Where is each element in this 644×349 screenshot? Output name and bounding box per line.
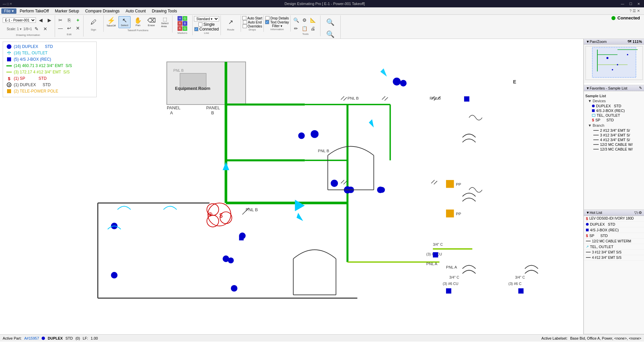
menu-drawing-tools[interactable]: Drawing Tools: [149, 8, 180, 14]
overrides-check[interactable]: [243, 24, 247, 28]
erase-btn[interactable]: ⌫ Erase: [145, 16, 157, 28]
tool3-btn[interactable]: 📐: [309, 16, 317, 24]
canvas-area[interactable]: (16) DUPLEX STD (16) TEL, OUTLET (5) 4/S…: [0, 39, 584, 334]
hotlist-filter-icon[interactable]: ▽: [634, 211, 637, 215]
favorites-header[interactable]: ▼ Favorites - Sample List ✎: [584, 85, 644, 91]
sign-btn[interactable]: 🖊: [88, 16, 100, 28]
connected-check[interactable]: ✓: [194, 27, 198, 31]
menu-auto-count[interactable]: Auto Count: [123, 8, 148, 14]
marker-R-btn[interactable]: R: [178, 21, 182, 26]
edit-minus-btn[interactable]: —: [56, 24, 64, 32]
auto-end-option[interactable]: Auto End: [243, 20, 262, 24]
branch-item-3[interactable]: 4 #12 3/4" EMT S/: [588, 137, 643, 142]
svg-text:PANEL: PANEL: [167, 105, 181, 110]
svg-text:⊕: ⊕: [208, 211, 213, 218]
legend-duplex2-item: ⊕ (1) DUPLEX STD: [6, 82, 93, 88]
drop-details-check[interactable]: [265, 16, 269, 20]
branch-item-5[interactable]: 12/3 MC CABLE W/: [588, 147, 643, 152]
menu-perform-takeoff[interactable]: Perform TakeOff: [17, 8, 52, 14]
menu-marker-setup[interactable]: Marker Setup: [52, 8, 82, 14]
auto-end-check[interactable]: [243, 20, 247, 24]
edit-add-btn[interactable]: +: [74, 16, 82, 24]
fav-jbox[interactable]: 4/S J-BOX (REC): [588, 108, 643, 113]
hl-item-4emt[interactable]: 4 #12 3/4" EMT S/S: [584, 255, 644, 260]
text-overlay-option[interactable]: ✓ Text Overlay: [265, 20, 289, 24]
hl-item-duplex[interactable]: DUPLEX STD: [584, 222, 644, 227]
svg-text:3/4" C: 3/4" C: [449, 275, 459, 279]
tool4-btn[interactable]: ✏: [292, 24, 300, 33]
filter-option[interactable]: Filter ▾: [272, 24, 282, 28]
hotlist-arrow: ▼: [586, 211, 590, 215]
favorites-edit-icon[interactable]: ✎: [639, 86, 642, 90]
marker-G-btn[interactable]: G: [183, 16, 187, 21]
fav-sp[interactable]: $ SP STD: [588, 118, 643, 122]
branch-item-4[interactable]: 12/2 MC CABLE W/: [588, 142, 643, 147]
scale-edit-btn[interactable]: ✎: [33, 25, 41, 33]
labelset-label: Active Labelset:: [541, 336, 567, 340]
branch-item-2[interactable]: 3 #12 3/4" EMT S/: [588, 133, 643, 137]
edit-undo-btn[interactable]: ↩: [65, 24, 73, 32]
marker-G2-btn[interactable]: G: [183, 26, 187, 31]
legend-jbox-item: (5) 4/S J-BOX (REC): [6, 57, 93, 62]
auto-start-option[interactable]: Auto Start: [242, 16, 262, 20]
menu-compare-drawings[interactable]: Compare Drawings: [83, 8, 122, 14]
close-btn[interactable]: ✕: [636, 1, 641, 6]
sheet-dropdown[interactable]: E-1 - Power-001: [3, 17, 36, 23]
hotlist-settings-icon[interactable]: ⚙: [639, 211, 642, 215]
select-btn[interactable]: ↖ Select: [118, 16, 131, 28]
route-group: ↗ Route: [221, 15, 241, 32]
panzoom-zoom-display: 111%: [633, 40, 642, 44]
fav-tel[interactable]: TEL, OUTLET: [588, 113, 643, 118]
connected-option[interactable]: ✓ Connected: [194, 27, 219, 32]
zoom-in-btn[interactable]: 🔍: [325, 16, 337, 28]
legend-tel-icon: [7, 51, 11, 55]
tool2-btn[interactable]: ⚙: [300, 16, 308, 24]
tool5-btn[interactable]: 📋: [300, 24, 308, 33]
single-check[interactable]: [198, 22, 202, 26]
line-type-dropdown[interactable]: Standard ▾: [194, 16, 219, 21]
hl-item-lev[interactable]: $ LEV ODS0D-IDI IVORY 180D: [584, 216, 644, 222]
legend-pole-item: (2) TELE-POWER POLE: [6, 89, 93, 94]
drop-details-option[interactable]: Drop Details: [265, 16, 289, 20]
panzoom-icon: ▼: [586, 40, 590, 44]
svg-text:PNL B: PNL B: [318, 149, 329, 153]
menu-file[interactable]: File ▾: [1, 8, 16, 14]
hotlist-header[interactable]: ▼ Hot List ▽ ↕ ⚙: [584, 210, 644, 216]
branch-item-1[interactable]: 2 #12 3/4" EMT S/: [588, 128, 643, 133]
takeoff-btn[interactable]: ⚡ TakeOff: [105, 16, 117, 28]
nav-prev-btn[interactable]: ◀: [37, 16, 45, 24]
scale-delete-btn[interactable]: ✕: [41, 25, 49, 33]
edit-cut-btn[interactable]: ✂: [56, 16, 64, 24]
auto-start-check[interactable]: [242, 16, 246, 20]
tool1-btn[interactable]: 🔍: [292, 16, 300, 24]
pan-btn[interactable]: ✋ Pan: [132, 16, 144, 28]
hl-item-tel[interactable]: ↗ TEL, OUTLET: [584, 244, 644, 250]
hl-item-jbox[interactable]: 4/S J-BOX (REC): [584, 227, 644, 233]
branch-arrow: ▼: [588, 123, 592, 127]
svg-point-46: [111, 272, 118, 279]
zoom-out-btn[interactable]: 🔍: [325, 28, 337, 40]
minimize-btn[interactable]: —: [620, 1, 625, 6]
maximize-btn[interactable]: ☐: [628, 1, 633, 6]
edit-copy-btn[interactable]: ⎘: [65, 16, 73, 24]
svg-rect-51: [464, 96, 469, 102]
panzoom-header[interactable]: ▼ Pan/Zoom 🗺 111%: [584, 39, 644, 45]
nav-next-btn[interactable]: ▶: [45, 16, 53, 24]
svg-rect-34: [446, 210, 454, 217]
text-overlay-check[interactable]: ✓: [265, 20, 269, 24]
panzoom-thumbnail[interactable]: [584, 45, 644, 85]
hl-item-sp[interactable]: $ SP STD: [584, 233, 644, 239]
marker-B-btn[interactable]: B: [183, 21, 187, 26]
route-btn[interactable]: ↗: [225, 16, 237, 28]
hl-item-3emt[interactable]: 3 #12 3/4" EMT S/S: [584, 250, 644, 255]
single-option[interactable]: Single: [198, 22, 214, 27]
select-area-btn[interactable]: ⬚ SelectArea: [159, 16, 171, 28]
marker-H-btn[interactable]: H: [178, 16, 182, 21]
overrides-option[interactable]: Overrides: [243, 24, 262, 28]
edit-redo-btn[interactable]: ✕: [74, 24, 82, 32]
fav-duplex-std[interactable]: DUPLEX STD: [588, 104, 643, 108]
svg-point-49: [228, 257, 234, 264]
marker-R2-btn[interactable]: R: [178, 26, 182, 31]
hl-item-mc12[interactable]: 12/2 MC CABLE W/TERM: [584, 239, 644, 244]
tool6-btn[interactable]: 🖨: [309, 24, 317, 33]
